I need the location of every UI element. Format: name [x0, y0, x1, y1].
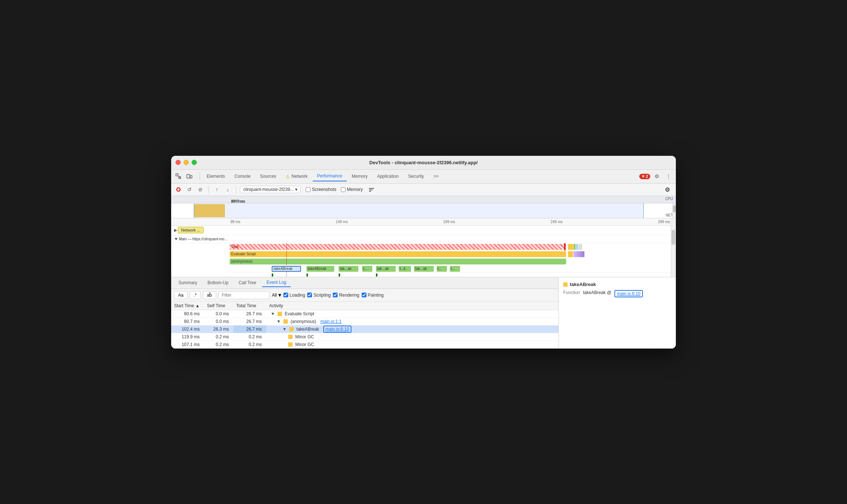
function-link[interactable]: main.js:6:10: [614, 290, 643, 297]
flame-scrollbar-thumb[interactable]: [671, 230, 675, 245]
table-header: Start Time ▲ Self Time Total Time Activi…: [171, 302, 558, 310]
eval-row: Evaluate Script: [230, 251, 676, 258]
svg-point-5: [177, 188, 180, 191]
cpu-chart[interactable]: NET: [171, 203, 676, 218]
expand-icon-2[interactable]: ▼: [276, 319, 281, 324]
tab-application[interactable]: Application: [373, 172, 403, 181]
tab-summary[interactable]: Summary: [174, 279, 202, 287]
rendering-check[interactable]: Rendering: [333, 293, 359, 298]
table-row[interactable]: 119.9 ms 0.2 ms 0.2 ms Minor GC: [171, 333, 558, 341]
overview-scrollbar-thumb[interactable]: [673, 205, 676, 212]
activity-icon-2: [283, 319, 288, 324]
upload-button[interactable]: ↑: [212, 185, 221, 194]
timeline-selection: [194, 203, 644, 218]
take-a-break-4[interactable]: t...: [362, 266, 372, 272]
take-a-break-selected[interactable]: takeABreak: [272, 266, 301, 272]
network-throttle-icon[interactable]: [367, 185, 376, 194]
zoom-tick-149: 149 ms: [336, 220, 348, 224]
svg-rect-2: [187, 174, 190, 178]
close-button[interactable]: [176, 160, 181, 165]
loading-check[interactable]: Loading: [283, 293, 305, 298]
filter-input[interactable]: [218, 291, 270, 299]
start-time-1: 80.6 ms: [171, 310, 204, 317]
eval-script-bar[interactable]: Evaluate Script: [230, 251, 566, 257]
window-title: DevTools - clinquant-mousse-2f2396.netli…: [369, 160, 478, 165]
tab-more[interactable]: >>: [429, 172, 443, 181]
table-row[interactable]: 80.6 ms 0.0 ms 26.7 ms ▼ Evaluate Script: [171, 310, 558, 317]
maximize-button[interactable]: [192, 160, 197, 165]
flame-scrollbar[interactable]: [671, 218, 676, 277]
network-pill[interactable]: Network ...: [178, 227, 204, 233]
url-select[interactable]: clinquant-mousse-2f239... ▾: [240, 186, 301, 193]
download-button[interactable]: ↓: [223, 185, 232, 194]
expand-icon-3[interactable]: ▼: [282, 327, 287, 332]
tab-security[interactable]: Security: [404, 172, 428, 181]
all-dropdown[interactable]: All ▾: [272, 292, 281, 298]
more-options-icon[interactable]: ⋮: [663, 171, 674, 181]
take-a-break-6[interactable]: t...k: [399, 266, 411, 272]
tab-performance[interactable]: Performance: [313, 171, 347, 181]
expand-icon-1[interactable]: ▼: [271, 311, 275, 316]
start-time-5: 107.1 ms: [171, 341, 204, 348]
take-a-break-5[interactable]: tak...ak: [376, 266, 396, 272]
main-thread-label: ▼ Main — https://clinquant-mousse-2f2396…: [171, 235, 676, 243]
tab-network[interactable]: ⚠ Network: [281, 172, 312, 181]
eval-block1: [568, 251, 573, 257]
take-a-break-3[interactable]: tak...ak: [339, 266, 358, 272]
anon-bar[interactable]: (anonymous): [230, 259, 566, 264]
refresh-record-button[interactable]: ↺: [185, 185, 194, 194]
start-time-4: 119.9 ms: [171, 333, 204, 341]
aa-button[interactable]: Aa: [174, 291, 188, 299]
total-time-5: 0.2 ms: [233, 341, 266, 348]
clear-button[interactable]: ⊘: [196, 185, 205, 194]
inspect-icon[interactable]: [173, 171, 184, 181]
record-button[interactable]: [174, 185, 183, 194]
activity-3: ▼ takeABreak main.js:6:10: [266, 325, 558, 333]
col-activity[interactable]: Activity: [266, 302, 558, 310]
case-button[interactable]: ab̄: [203, 291, 217, 299]
error-badge: ✕ 2: [639, 174, 650, 179]
tab-event-log[interactable]: Event Log: [262, 278, 291, 287]
svg-rect-8: [369, 191, 371, 192]
minimize-button[interactable]: [184, 160, 189, 165]
tab-call-tree[interactable]: Call Tree: [234, 279, 261, 287]
devtools-tabbar: Elements Console Sources ⚠ Network Perfo…: [171, 170, 676, 184]
table-row-selected[interactable]: 102.4 ms 26.3 ms 26.7 ms ▼ takeABreak: [171, 325, 558, 333]
right-panel-title: takeABreak: [563, 282, 671, 287]
link-anon[interactable]: main.js:1:1: [320, 319, 342, 324]
link-take-a-break[interactable]: main.js:6:10: [323, 326, 351, 333]
screenshots-checkbox[interactable]: Screenshots: [306, 187, 336, 192]
overview-scrollbar[interactable]: [672, 203, 676, 218]
tab-elements[interactable]: Elements: [202, 172, 229, 181]
top-ruler: 999 ms 1499 ms 1999 ms 2499 ms 2999 ms 3…: [171, 196, 676, 203]
scripting-check[interactable]: Scripting: [307, 293, 331, 298]
task-bar[interactable]: Task: [230, 244, 566, 250]
main-expand[interactable]: ▼ Main — https://clinquant-mousse-2f2396…: [174, 237, 230, 241]
take-a-break-8[interactable]: t...: [437, 266, 447, 272]
tab-memory[interactable]: Memory: [347, 172, 372, 181]
perf-settings-icon[interactable]: ⚙: [665, 186, 673, 193]
zoom-tick-299: 299 ms: [658, 220, 670, 224]
task-row: Task: [230, 243, 676, 251]
device-icon[interactable]: [184, 171, 195, 181]
col-self-time[interactable]: Self Time: [204, 302, 233, 310]
col-total-time[interactable]: Total Time: [233, 302, 266, 310]
tab-console[interactable]: Console: [230, 172, 255, 181]
tab-sources[interactable]: Sources: [256, 172, 281, 181]
tab-bottom-up[interactable]: Bottom-Up: [203, 279, 233, 287]
take-a-break-7[interactable]: tak...ak: [414, 266, 434, 272]
table-row[interactable]: 107.1 ms 0.2 ms 0.2 ms Minor GC: [171, 341, 558, 348]
tick2: [286, 274, 287, 277]
take-a-break-9[interactable]: t...: [450, 266, 460, 272]
table-row[interactable]: 80.7 ms 0.0 ms 26.7 ms ▼ (anonymous): [171, 317, 558, 325]
settings-icon[interactable]: ⚙: [652, 171, 662, 181]
regex-button[interactable]: .*: [190, 291, 201, 299]
painting-check[interactable]: Painting: [362, 293, 384, 298]
activity-2: ▼ (anonymous) main.js:1:1: [266, 317, 558, 325]
bottom-tabs: Summary Bottom-Up Call Tree Event Log: [171, 277, 558, 289]
take-a-break-2[interactable]: takeABreak: [306, 266, 334, 272]
network-expand[interactable]: ▶ Network ...: [174, 227, 230, 233]
memory-checkbox[interactable]: Memory: [341, 187, 363, 192]
col-start-time[interactable]: Start Time ▲: [171, 302, 204, 310]
perf-toolbar: ↺ ⊘ ↑ ↓ clinquant-mousse-2f239... ▾ Scre…: [171, 184, 676, 196]
